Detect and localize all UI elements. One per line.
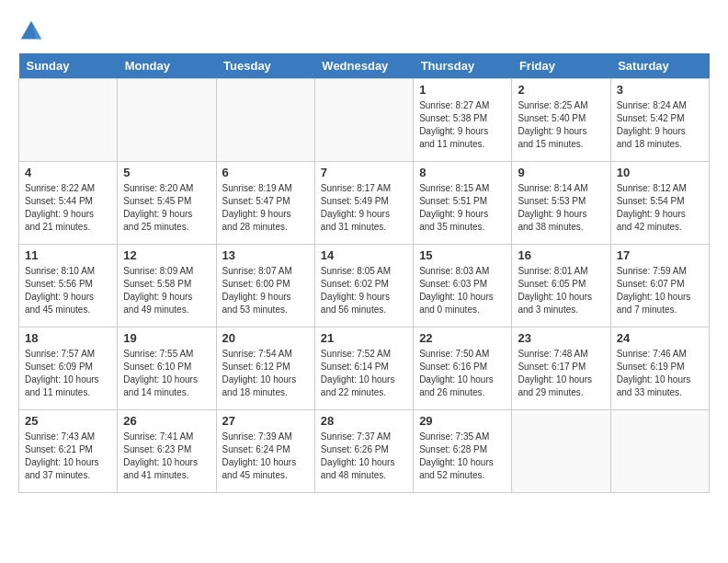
calendar-cell: 24Sunrise: 7:46 AM Sunset: 6:19 PM Dayli… (610, 327, 709, 410)
calendar-cell (512, 410, 610, 493)
day-number: 13 (222, 248, 309, 262)
calendar-cell: 8Sunrise: 8:15 AM Sunset: 5:51 PM Daylig… (414, 162, 512, 245)
day-number: 17 (617, 248, 703, 262)
day-number: 18 (25, 331, 111, 345)
calendar-week-row: 1Sunrise: 8:27 AM Sunset: 5:38 PM Daylig… (19, 79, 710, 162)
day-info: Sunrise: 8:03 AM Sunset: 6:03 PM Dayligh… (419, 265, 506, 316)
calendar-cell: 23Sunrise: 7:48 AM Sunset: 6:17 PM Dayli… (512, 327, 610, 410)
day-number: 10 (617, 166, 703, 179)
calendar-cell: 20Sunrise: 7:54 AM Sunset: 6:12 PM Dayli… (216, 327, 314, 410)
calendar-week-row: 18Sunrise: 7:57 AM Sunset: 6:09 PM Dayli… (19, 327, 710, 410)
weekday-header-thursday: Thursday (414, 53, 512, 79)
calendar-cell: 5Sunrise: 8:20 AM Sunset: 5:45 PM Daylig… (118, 162, 216, 245)
day-number: 8 (419, 166, 506, 179)
weekday-header-wednesday: Wednesday (314, 53, 413, 79)
calendar-cell: 14Sunrise: 8:05 AM Sunset: 6:02 PM Dayli… (314, 245, 413, 327)
calendar-cell: 7Sunrise: 8:17 AM Sunset: 5:49 PM Daylig… (314, 162, 413, 245)
day-number: 15 (419, 248, 506, 262)
day-number: 21 (321, 331, 407, 345)
calendar-table: SundayMondayTuesdayWednesdayThursdayFrid… (18, 53, 710, 493)
day-number: 20 (222, 331, 309, 345)
calendar-cell: 19Sunrise: 7:55 AM Sunset: 6:10 PM Dayli… (118, 327, 216, 410)
calendar-week-row: 25Sunrise: 7:43 AM Sunset: 6:21 PM Dayli… (19, 410, 710, 493)
day-number: 9 (518, 166, 604, 179)
calendar-cell: 18Sunrise: 7:57 AM Sunset: 6:09 PM Dayli… (19, 327, 118, 410)
calendar-week-row: 11Sunrise: 8:10 AM Sunset: 5:56 PM Dayli… (19, 245, 710, 327)
page-header (18, 18, 710, 44)
day-number: 22 (419, 331, 506, 345)
calendar-cell: 13Sunrise: 8:07 AM Sunset: 6:00 PM Dayli… (216, 245, 314, 327)
calendar-cell: 6Sunrise: 8:19 AM Sunset: 5:47 PM Daylig… (216, 162, 314, 245)
logo (18, 18, 46, 44)
weekday-header-friday: Friday (512, 53, 610, 79)
day-info: Sunrise: 7:43 AM Sunset: 6:21 PM Dayligh… (25, 431, 111, 482)
day-info: Sunrise: 7:37 AM Sunset: 6:26 PM Dayligh… (321, 431, 407, 482)
calendar-cell: 17Sunrise: 7:59 AM Sunset: 6:07 PM Dayli… (610, 245, 709, 327)
day-info: Sunrise: 7:55 AM Sunset: 6:10 PM Dayligh… (123, 348, 210, 399)
day-number: 16 (518, 248, 604, 262)
day-info: Sunrise: 8:20 AM Sunset: 5:45 PM Dayligh… (123, 182, 210, 234)
calendar-cell (216, 79, 314, 162)
calendar-cell: 12Sunrise: 8:09 AM Sunset: 5:58 PM Dayli… (118, 245, 216, 327)
day-info: Sunrise: 7:54 AM Sunset: 6:12 PM Dayligh… (222, 348, 309, 399)
day-info: Sunrise: 8:15 AM Sunset: 5:51 PM Dayligh… (419, 182, 506, 234)
weekday-header-saturday: Saturday (610, 53, 709, 79)
day-info: Sunrise: 7:50 AM Sunset: 6:16 PM Dayligh… (419, 348, 506, 399)
calendar-cell: 9Sunrise: 8:14 AM Sunset: 5:53 PM Daylig… (512, 162, 610, 245)
day-info: Sunrise: 7:59 AM Sunset: 6:07 PM Dayligh… (617, 265, 703, 316)
calendar-cell: 15Sunrise: 8:03 AM Sunset: 6:03 PM Dayli… (414, 245, 512, 327)
calendar-week-row: 4Sunrise: 8:22 AM Sunset: 5:44 PM Daylig… (19, 162, 710, 245)
day-info: Sunrise: 7:35 AM Sunset: 6:28 PM Dayligh… (419, 431, 506, 482)
day-info: Sunrise: 7:39 AM Sunset: 6:24 PM Dayligh… (222, 431, 309, 482)
day-info: Sunrise: 7:41 AM Sunset: 6:23 PM Dayligh… (123, 431, 210, 482)
day-info: Sunrise: 8:19 AM Sunset: 5:47 PM Dayligh… (222, 182, 309, 234)
calendar-cell: 4Sunrise: 8:22 AM Sunset: 5:44 PM Daylig… (19, 162, 118, 245)
day-number: 12 (123, 248, 210, 262)
day-info: Sunrise: 8:27 AM Sunset: 5:38 PM Dayligh… (419, 99, 506, 151)
calendar-cell: 25Sunrise: 7:43 AM Sunset: 6:21 PM Dayli… (19, 410, 118, 493)
day-number: 14 (321, 248, 407, 262)
logo-icon (18, 18, 44, 44)
day-number: 5 (123, 166, 210, 179)
calendar-cell: 16Sunrise: 8:01 AM Sunset: 6:05 PM Dayli… (512, 245, 610, 327)
day-number: 1 (419, 83, 506, 97)
weekday-header-monday: Monday (118, 53, 216, 79)
weekday-header-row: SundayMondayTuesdayWednesdayThursdayFrid… (19, 53, 710, 79)
calendar-cell (610, 410, 709, 493)
calendar-cell (19, 79, 118, 162)
calendar-cell: 27Sunrise: 7:39 AM Sunset: 6:24 PM Dayli… (216, 410, 314, 493)
weekday-header-tuesday: Tuesday (216, 53, 314, 79)
calendar-cell: 11Sunrise: 8:10 AM Sunset: 5:56 PM Dayli… (19, 245, 118, 327)
calendar-cell: 22Sunrise: 7:50 AM Sunset: 6:16 PM Dayli… (414, 327, 512, 410)
calendar-cell: 21Sunrise: 7:52 AM Sunset: 6:14 PM Dayli… (314, 327, 413, 410)
day-number: 6 (222, 166, 309, 179)
day-number: 27 (222, 414, 309, 428)
day-number: 7 (321, 166, 407, 179)
day-number: 23 (518, 331, 604, 345)
day-number: 3 (617, 83, 703, 97)
day-info: Sunrise: 7:52 AM Sunset: 6:14 PM Dayligh… (321, 348, 407, 399)
day-info: Sunrise: 8:12 AM Sunset: 5:54 PM Dayligh… (617, 182, 703, 234)
day-info: Sunrise: 8:09 AM Sunset: 5:58 PM Dayligh… (123, 265, 210, 316)
day-number: 25 (25, 414, 111, 428)
day-number: 11 (25, 248, 111, 262)
day-info: Sunrise: 8:22 AM Sunset: 5:44 PM Dayligh… (25, 182, 111, 234)
day-info: Sunrise: 8:14 AM Sunset: 5:53 PM Dayligh… (518, 182, 604, 234)
calendar-cell: 10Sunrise: 8:12 AM Sunset: 5:54 PM Dayli… (610, 162, 709, 245)
calendar-cell (314, 79, 413, 162)
day-number: 19 (123, 331, 210, 345)
day-info: Sunrise: 7:48 AM Sunset: 6:17 PM Dayligh… (518, 348, 604, 399)
calendar-cell: 26Sunrise: 7:41 AM Sunset: 6:23 PM Dayli… (118, 410, 216, 493)
day-info: Sunrise: 8:17 AM Sunset: 5:49 PM Dayligh… (321, 182, 407, 234)
calendar-cell: 28Sunrise: 7:37 AM Sunset: 6:26 PM Dayli… (314, 410, 413, 493)
calendar-cell: 1Sunrise: 8:27 AM Sunset: 5:38 PM Daylig… (414, 79, 512, 162)
day-info: Sunrise: 8:10 AM Sunset: 5:56 PM Dayligh… (25, 265, 111, 316)
day-number: 29 (419, 414, 506, 428)
day-number: 2 (518, 83, 604, 97)
calendar-cell (118, 79, 216, 162)
day-info: Sunrise: 8:07 AM Sunset: 6:00 PM Dayligh… (222, 265, 309, 316)
calendar-cell: 3Sunrise: 8:24 AM Sunset: 5:42 PM Daylig… (610, 79, 709, 162)
day-info: Sunrise: 7:57 AM Sunset: 6:09 PM Dayligh… (25, 348, 111, 399)
day-info: Sunrise: 8:05 AM Sunset: 6:02 PM Dayligh… (321, 265, 407, 316)
day-number: 28 (321, 414, 407, 428)
